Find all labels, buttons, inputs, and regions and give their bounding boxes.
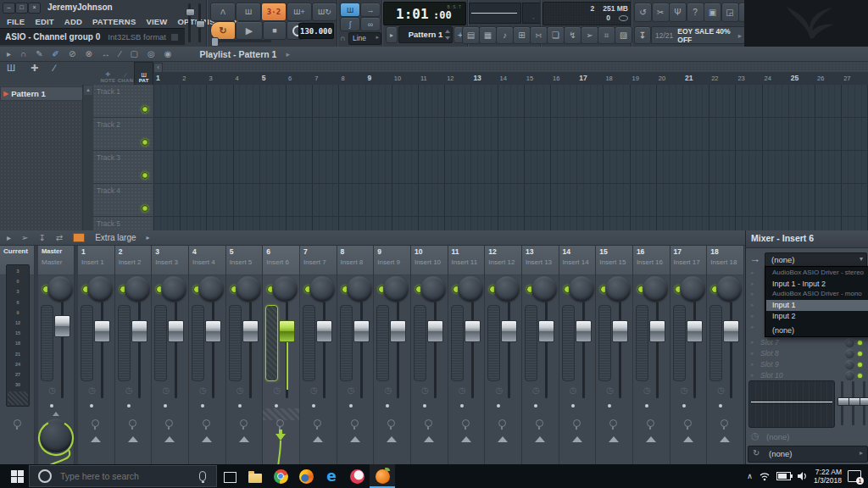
pan-knob[interactable] xyxy=(198,276,224,302)
delay-clock-icon[interactable]: ◷ xyxy=(382,385,393,396)
delay-clock-icon[interactable]: ◷ xyxy=(86,385,97,396)
volume-fader[interactable] xyxy=(538,320,554,342)
delay-clock-icon[interactable]: ◷ xyxy=(604,385,615,396)
track-header[interactable]: Track 1··· xyxy=(93,85,153,118)
menu-patterns[interactable]: PATTERNS xyxy=(87,17,141,26)
mute-dot[interactable] xyxy=(682,404,686,408)
effect-slot[interactable]: ▸Slot 7 xyxy=(746,337,868,348)
stereo-link-icon[interactable] xyxy=(314,419,321,427)
volume-fader[interactable] xyxy=(316,320,332,342)
route-to-master-arrow[interactable] xyxy=(498,436,508,442)
step-sequencer-icon[interactable]: ▦ xyxy=(479,26,497,44)
pan-knob[interactable] xyxy=(643,276,668,302)
slot-enable-led[interactable] xyxy=(858,341,862,345)
mixer-strip-insert-14[interactable]: 14Insert 14◷ xyxy=(559,246,597,464)
volume-fader[interactable] xyxy=(168,320,184,342)
fx-icon[interactable]: ▨ xyxy=(615,26,632,44)
taskbar-app-firefox[interactable] xyxy=(293,464,319,488)
stereo-link-icon[interactable] xyxy=(276,419,284,427)
tray-clock[interactable]: 7:22 AM 1/3/2018 xyxy=(814,468,842,485)
playlist-grid[interactable] xyxy=(153,85,868,230)
mixer-strip-insert-7[interactable]: 7Insert 7◷ xyxy=(300,246,337,464)
volume-fader[interactable] xyxy=(612,320,628,342)
taskbar-search[interactable] xyxy=(29,465,217,487)
track-mute-led[interactable] xyxy=(142,172,148,179)
tab-note[interactable]: ✚NOTE xyxy=(99,62,117,85)
tempo-display[interactable]: 130.000 xyxy=(298,23,334,39)
pan-knob[interactable] xyxy=(309,276,335,302)
master-volume-slider[interactable] xyxy=(188,3,191,42)
track-header[interactable]: Track 3··· xyxy=(93,151,153,184)
input-option[interactable]: (none) xyxy=(766,325,868,336)
mixer-strip-insert-9[interactable]: 9Insert 9◷ xyxy=(374,246,411,464)
delete-tool-icon[interactable]: ⊘ xyxy=(69,47,75,61)
mute-dot[interactable] xyxy=(423,404,426,408)
mute-dot[interactable] xyxy=(645,404,648,408)
mute-dot[interactable] xyxy=(90,404,93,408)
snap-magnet-icon[interactable]: ∩ xyxy=(20,47,26,61)
step-edit-arrow-button[interactable]: → xyxy=(360,3,381,17)
mute-dot[interactable] xyxy=(534,404,537,408)
stereo-link-icon[interactable] xyxy=(351,419,359,427)
delay-clock-icon[interactable]: ◷ xyxy=(642,385,653,396)
volume-fader[interactable] xyxy=(242,320,259,342)
delay-clock-icon[interactable]: ◷ xyxy=(124,385,135,396)
mixer-strip-insert-6[interactable]: 6Insert 6◷ xyxy=(263,246,300,464)
pan-knob[interactable] xyxy=(87,276,113,302)
detach-icon[interactable]: ➢ xyxy=(21,233,28,242)
mixer-strip-insert-16[interactable]: 16Insert 16◷ xyxy=(633,246,670,464)
typing-keyboard-button[interactable]: Ш xyxy=(340,3,360,17)
master-pitch-knob[interactable] xyxy=(196,20,205,28)
scroll-up-button[interactable]: ▴ xyxy=(84,86,92,95)
taskbar-app-task-view[interactable] xyxy=(217,464,242,488)
stereo-link-icon[interactable] xyxy=(92,419,99,427)
mute-dot[interactable] xyxy=(312,404,315,408)
volume-fader[interactable] xyxy=(427,320,443,342)
stereo-link-icon[interactable] xyxy=(609,419,617,427)
pan-knob[interactable] xyxy=(569,276,594,302)
stereo-link-icon[interactable] xyxy=(240,419,248,427)
mixer-strip-insert-11[interactable]: 11Insert 11◷ xyxy=(448,246,486,464)
mute-dot[interactable] xyxy=(201,404,204,408)
link-controller-button[interactable]: ∞ xyxy=(360,17,381,31)
delay-clock-icon[interactable]: ◷ xyxy=(531,385,542,396)
master-output-knob[interactable] xyxy=(39,419,73,452)
playlist-vscrollbar[interactable]: ▴ xyxy=(82,85,94,230)
mute-dot[interactable] xyxy=(608,404,611,408)
mixer-panel-titlebar[interactable]: Mixer - Insert 6 xyxy=(746,230,868,248)
input-option[interactable]: AudioBox ASIO Driver - mono xyxy=(766,289,868,300)
pan-knob[interactable] xyxy=(125,276,150,302)
route-to-master-arrow[interactable] xyxy=(239,436,249,442)
route-to-master-arrow[interactable] xyxy=(720,436,730,442)
mixer-strip-insert-13[interactable]: 13Insert 13◷ xyxy=(522,246,559,464)
microphone-icon[interactable]: Ψ xyxy=(669,3,687,22)
pan-knob[interactable] xyxy=(347,276,372,302)
save-icon[interactable]: ▣ xyxy=(704,3,721,22)
pan-knob[interactable] xyxy=(531,276,557,302)
menu-file[interactable]: FILE xyxy=(2,17,30,26)
mute-dot[interactable] xyxy=(460,404,464,408)
slot-enable-led[interactable] xyxy=(858,363,862,367)
route-to-master-arrow[interactable] xyxy=(91,436,101,442)
wifi-icon[interactable] xyxy=(759,471,771,481)
pan-knob[interactable] xyxy=(494,276,520,302)
stereo-link-icon[interactable] xyxy=(14,419,21,427)
pattern-selector[interactable]: Pattern 1 xyxy=(398,26,453,43)
cut-icon[interactable]: ✂ xyxy=(652,3,670,22)
time-display[interactable]: 1:01 :00 B:S:T xyxy=(383,2,466,25)
save-new-version-icon[interactable]: ◲ xyxy=(721,3,739,22)
delay-clock-icon[interactable]: ◷ xyxy=(271,385,282,396)
plugin-picker-icon[interactable]: ↯ xyxy=(564,26,581,44)
slice-tool-icon[interactable]: ∕ xyxy=(120,47,121,61)
pan-knob[interactable] xyxy=(161,276,186,302)
promo-banner[interactable]: 12/21 EOY SALE 40% OFF ▸ xyxy=(651,26,746,44)
reorder-icon[interactable]: ⇄ xyxy=(56,233,63,242)
menu-add[interactable]: ADD xyxy=(59,17,87,26)
piano-roll-icon[interactable]: ♪ xyxy=(496,26,514,44)
slot-enable-led[interactable] xyxy=(858,352,862,356)
route-to-master-arrow[interactable] xyxy=(164,436,175,442)
mixer-strip-insert-4[interactable]: 4Insert 4◷ xyxy=(189,246,226,464)
loop-record-button[interactable]: Ш↻ xyxy=(312,3,337,21)
mute-dot[interactable] xyxy=(719,404,722,408)
stereo-link-icon[interactable] xyxy=(536,419,543,427)
